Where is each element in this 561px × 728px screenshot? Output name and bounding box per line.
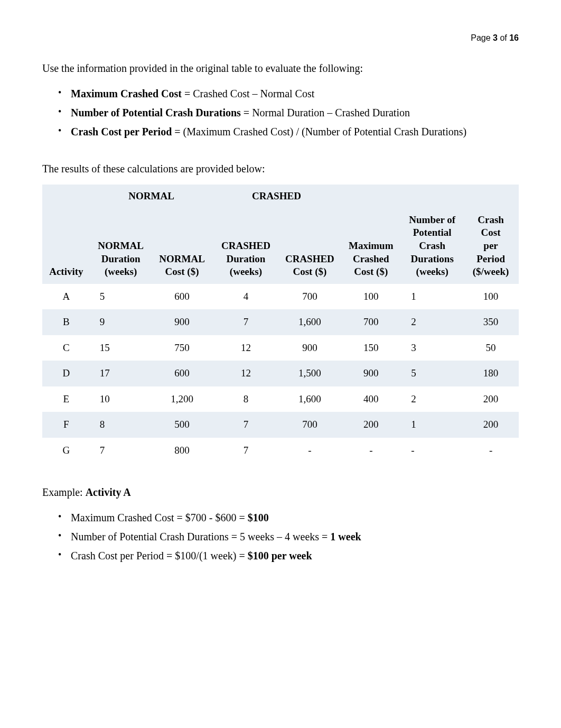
results-table-container: NORMAL CRASHED Activity NORMALDuration(w…: [42, 185, 519, 463]
formula-term: Crash Cost per Period: [71, 126, 172, 137]
cell-norm-dur: 15: [90, 335, 152, 361]
example-text: Maximum Crashed Cost = $700 - $600 =: [71, 512, 248, 523]
cell-crash-dur: 7: [212, 412, 279, 438]
cell-norm-cost: 600: [152, 284, 213, 310]
cell-max-crash: -: [340, 438, 401, 464]
table-row: E 10 1,200 8 1,600 400 2 200: [42, 386, 519, 412]
header-activity: Activity: [42, 208, 90, 284]
cell-crash-dur: 7: [212, 438, 279, 464]
cell-norm-cost: 900: [152, 309, 213, 335]
header-crash-cost-per: CrashCostperPeriod($/week): [463, 208, 519, 284]
example-text: Number of Potential Crash Durations = 5 …: [71, 531, 330, 542]
cell-crash-cost: -: [279, 438, 340, 464]
cell-crash-dur: 4: [212, 284, 279, 310]
formula-item: Maximum Crashed Cost = Crashed Cost – No…: [58, 86, 519, 102]
blank-header: [340, 185, 401, 208]
cell-crash-per: 200: [463, 386, 519, 412]
cell-activity: F: [42, 412, 90, 438]
header-crashed-cost: CRASHEDCost ($): [279, 208, 340, 284]
cell-norm-cost: 500: [152, 412, 213, 438]
formula-term: Number of Potential Crash Durations: [71, 107, 241, 118]
page-current: 3: [493, 33, 498, 42]
cell-crash-dur: 8: [212, 386, 279, 412]
page-label: Page: [471, 33, 493, 42]
table-row: C 15 750 12 900 150 3 50: [42, 335, 519, 361]
cell-norm-dur: 10: [90, 386, 152, 412]
cell-num-pot: 5: [401, 361, 463, 386]
formula-def: = Normal Duration – Crashed Duration: [241, 107, 410, 118]
cell-crash-dur: 7: [212, 309, 279, 335]
cell-max-crash: 100: [340, 284, 401, 310]
page-total: 16: [509, 33, 519, 42]
example-bold: $100 per week: [248, 550, 312, 561]
example-item: Maximum Crashed Cost = $700 - $600 = $10…: [58, 510, 519, 526]
header-crashed-duration: CRASHEDDuration(weeks): [212, 208, 279, 284]
cell-norm-dur: 7: [90, 438, 152, 464]
cell-max-crash: 150: [340, 335, 401, 361]
table-row: A 5 600 4 700 100 1 100: [42, 284, 519, 310]
example-activity: Activity A: [86, 486, 131, 498]
cell-max-crash: 200: [340, 412, 401, 438]
formula-item: Crash Cost per Period = (Maximum Crashed…: [58, 124, 519, 140]
header-max-crashed: MaximumCrashedCost ($): [340, 208, 401, 284]
cell-norm-cost: 600: [152, 361, 213, 386]
cell-crash-cost: 700: [279, 412, 340, 438]
header-normal-duration: NORMALDuration(weeks): [90, 208, 152, 284]
cell-max-crash: 900: [340, 361, 401, 386]
results-text: The results of these calculations are pr…: [42, 161, 519, 177]
cell-crash-dur: 12: [212, 335, 279, 361]
table-row: B 9 900 7 1,600 700 2 350: [42, 309, 519, 335]
header-normal-cost: NORMALCost ($): [152, 208, 213, 284]
cell-norm-cost: 1,200: [152, 386, 213, 412]
example-text: Crash Cost per Period = $100/(1 week) =: [71, 550, 248, 561]
example-item: Number of Potential Crash Durations = 5 …: [58, 529, 519, 545]
cell-crash-cost: 1,600: [279, 386, 340, 412]
example-bold: 1 week: [330, 531, 361, 542]
cell-max-crash: 700: [340, 309, 401, 335]
cell-crash-per: 50: [463, 335, 519, 361]
blank-header: [401, 185, 463, 208]
cell-activity: A: [42, 284, 90, 310]
page-number: Page 3 of 16: [42, 32, 519, 44]
example-bold: $100: [248, 512, 269, 523]
header-num-potential: Number ofPotentialCrashDurations(weeks): [401, 208, 463, 284]
cell-norm-dur: 5: [90, 284, 152, 310]
cell-norm-dur: 17: [90, 361, 152, 386]
example-prefix: Example:: [42, 486, 86, 498]
cell-crash-per: 350: [463, 309, 519, 335]
cell-activity: C: [42, 335, 90, 361]
formula-def: = (Maximum Crashed Cost) / (Number of Po…: [172, 126, 466, 137]
page-of: of: [498, 33, 509, 42]
blank-header: [463, 185, 519, 208]
cell-crash-dur: 12: [212, 361, 279, 386]
cell-num-pot: 2: [401, 386, 463, 412]
cell-num-pot: 2: [401, 309, 463, 335]
cell-norm-cost: 750: [152, 335, 213, 361]
cell-num-pot: 1: [401, 284, 463, 310]
results-table: NORMAL CRASHED Activity NORMALDuration(w…: [42, 185, 519, 463]
cell-norm-dur: 8: [90, 412, 152, 438]
example-heading: Example: Activity A: [42, 484, 519, 500]
cell-activity: B: [42, 309, 90, 335]
cell-num-pot: 1: [401, 412, 463, 438]
cell-crash-cost: 1,500: [279, 361, 340, 386]
cell-num-pot: 3: [401, 335, 463, 361]
example-list: Maximum Crashed Cost = $700 - $600 = $10…: [42, 510, 519, 564]
cell-norm-cost: 800: [152, 438, 213, 464]
group-header-normal: NORMAL: [90, 185, 213, 208]
formula-list: Maximum Crashed Cost = Crashed Cost – No…: [42, 86, 519, 140]
cell-activity: D: [42, 361, 90, 386]
formula-term: Maximum Crashed Cost: [71, 88, 182, 99]
table-row: F 8 500 7 700 200 1 200: [42, 412, 519, 438]
cell-crash-cost: 900: [279, 335, 340, 361]
cell-max-crash: 400: [340, 386, 401, 412]
cell-crash-per: 180: [463, 361, 519, 386]
formula-item: Number of Potential Crash Durations = No…: [58, 105, 519, 121]
cell-norm-dur: 9: [90, 309, 152, 335]
cell-crash-cost: 1,600: [279, 309, 340, 335]
table-body: A 5 600 4 700 100 1 100 B 9 900 7 1,600 …: [42, 284, 519, 464]
cell-crash-per: 200: [463, 412, 519, 438]
cell-num-pot: -: [401, 438, 463, 464]
blank-header: [42, 185, 90, 208]
cell-crash-per: 100: [463, 284, 519, 310]
